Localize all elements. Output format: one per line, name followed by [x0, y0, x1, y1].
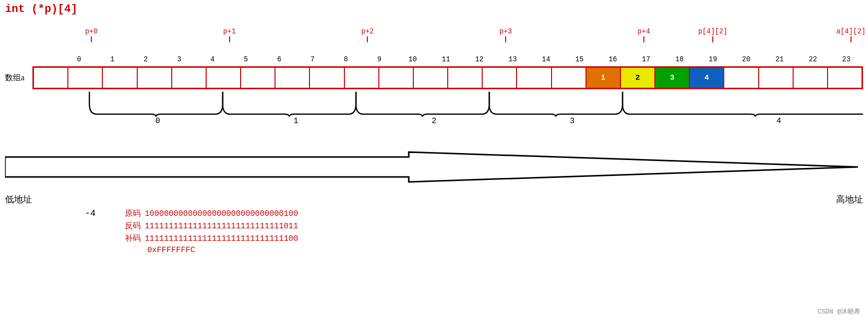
- group-label-4: 4: [776, 117, 781, 126]
- array-cell-11: [414, 68, 448, 88]
- arrow-section: [5, 147, 863, 194]
- binary-label-0: 原码: [125, 208, 145, 219]
- title-area: int (*p)[4]: [5, 3, 77, 15]
- index-num-9: 9: [362, 52, 396, 66]
- binary-row-3: 0xFFFFFFFC: [147, 246, 298, 255]
- brace-4: [622, 92, 863, 117]
- page-title: int (*p)[4]: [5, 3, 77, 15]
- index-num-2: 2: [129, 52, 163, 66]
- ptr-text-6: a[4][2]: [836, 27, 866, 35]
- group-label-3: 3: [570, 117, 575, 126]
- array-cell-5: [207, 68, 241, 88]
- array-cell-10: [379, 68, 414, 88]
- binary-row-0: 原码10000000000000000000000000000100: [125, 208, 298, 219]
- ptr-label-4: p+4: [629, 27, 659, 42]
- array-cell-22: [794, 68, 828, 88]
- ptr-text-3: p+3: [499, 27, 512, 35]
- index-num-22: 22: [796, 52, 830, 66]
- index-num-16: 16: [596, 52, 629, 66]
- brace-area: [35, 89, 863, 117]
- array-cell-20: [724, 68, 759, 88]
- index-num-15: 15: [563, 52, 596, 66]
- binary-label-1: 反码: [125, 221, 145, 231]
- index-num-6: 6: [263, 52, 296, 66]
- arrow-svg: [5, 147, 863, 192]
- array-cell-2: [103, 68, 137, 88]
- array-cell-21: [759, 68, 794, 88]
- brace-3: [489, 92, 622, 117]
- brace-2: [356, 92, 489, 117]
- ptr-text-5: p[4][2]: [698, 27, 728, 35]
- array-cell-4: [172, 68, 207, 88]
- ptr-label-2: p+2: [352, 27, 382, 42]
- watermark: CSDN @沐晓希: [818, 307, 861, 316]
- array-cell-3: [138, 68, 172, 88]
- binary-value-0: 10000000000000000000000000000100: [145, 209, 298, 218]
- index-num-4: 4: [196, 52, 229, 66]
- binary-row-1: 反码11111111111111111111111111111011: [125, 221, 298, 231]
- group-labels: 01234: [35, 117, 863, 132]
- index-num-18: 18: [663, 52, 696, 66]
- binary-row-2: 补码11111111111111111111111111111100: [125, 233, 298, 244]
- neg4-label: -4: [85, 208, 96, 218]
- brace-svg: [35, 89, 863, 117]
- array-cell-16: 1: [586, 68, 621, 88]
- low-addr-label: 低地址: [5, 193, 32, 205]
- binary-label-2: 补码: [125, 233, 145, 244]
- ptr-text-1: p+1: [223, 27, 236, 35]
- pointer-labels: p+0p+1p+2p+3p+4p[4][2]a[4][2]: [35, 27, 863, 52]
- addr-labels: 低地址 高地址: [5, 193, 863, 205]
- array-cell-18: 3: [655, 68, 690, 88]
- binary-value-2: 11111111111111111111111111111100: [145, 234, 298, 243]
- group-label-0: 0: [155, 117, 160, 126]
- binary-value-1: 11111111111111111111111111111011: [145, 222, 298, 231]
- array-cell-0: [34, 68, 68, 88]
- array-cell-13: [483, 68, 517, 88]
- binary-value-3: 0xFFFFFFFC: [147, 246, 195, 255]
- ptr-text-2: p+2: [361, 27, 374, 35]
- group-label-2: 2: [432, 117, 437, 126]
- array-cell-14: [517, 68, 552, 88]
- ptr-label-1: p+1: [215, 27, 245, 42]
- array-cell-23: [828, 68, 862, 88]
- group-label-1: 1: [293, 117, 298, 126]
- array-cell-12: [448, 68, 483, 88]
- ptr-label-3: p+3: [491, 27, 521, 42]
- index-num-20: 20: [730, 52, 763, 66]
- array-cell-7: [276, 68, 310, 88]
- high-addr-label: 高地址: [836, 193, 863, 205]
- index-num-11: 11: [429, 52, 463, 66]
- index-num-13: 13: [496, 52, 530, 66]
- index-num-7: 7: [296, 52, 329, 66]
- index-num-5: 5: [229, 52, 263, 66]
- array-label: 数组a: [5, 73, 32, 83]
- ptr-text-4: p+4: [637, 27, 650, 35]
- array-cells: 1234: [32, 66, 863, 89]
- brace-0: [89, 92, 223, 117]
- array-cell-1: [68, 68, 103, 88]
- array-cell-8: [310, 68, 344, 88]
- index-num-3: 3: [162, 52, 196, 66]
- index-num-12: 12: [463, 52, 496, 66]
- array-cell-9: [345, 68, 379, 88]
- ptr-label-6: a[4][2]: [836, 27, 866, 42]
- array-row: 数组a 1234: [5, 66, 863, 89]
- ptr-label-0: p+0: [76, 27, 106, 42]
- index-num-10: 10: [396, 52, 429, 66]
- svg-marker-0: [5, 152, 858, 182]
- array-diagram: p+0p+1p+2p+3p+4p[4][2]a[4][2] 0123456789…: [5, 27, 863, 132]
- ptr-label-5: p[4][2]: [698, 27, 728, 42]
- array-cell-6: [241, 68, 276, 88]
- index-num-14: 14: [530, 52, 563, 66]
- index-num-19: 19: [696, 52, 730, 66]
- ptr-text-0: p+0: [85, 27, 97, 35]
- array-cell-19: 4: [690, 68, 724, 88]
- index-num-0: 0: [62, 52, 96, 66]
- binary-section: 原码10000000000000000000000000000100反码1111…: [125, 208, 298, 257]
- index-num-17: 17: [629, 52, 663, 66]
- index-row: 01234567891011121314151617181920212223: [35, 52, 863, 66]
- array-cell-15: [552, 68, 586, 88]
- index-num-8: 8: [329, 52, 363, 66]
- array-cell-17: 2: [621, 68, 655, 88]
- brace-1: [223, 92, 356, 117]
